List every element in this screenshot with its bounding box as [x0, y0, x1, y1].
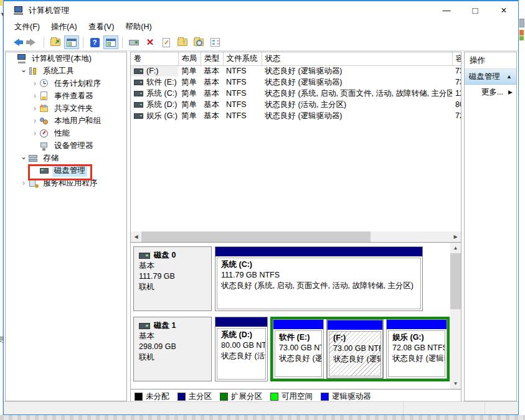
- table-row-volume-c[interactable]: 系统 (C:) 简单 基本 NTFS 状态良好 (系统, 启动, 页面文件, 活…: [131, 88, 461, 99]
- submenu-arrow-icon: ▶: [508, 89, 513, 95]
- partition-g[interactable]: 娱乐 (G:) 72.08 GB NTFS 状态良好 (逻辑驱动器): [386, 319, 447, 379]
- menu-help[interactable]: 帮助(H): [120, 20, 157, 34]
- column-volume[interactable]: 卷: [131, 52, 178, 65]
- tree-item-computer-management[interactable]: › 计算机管理(本地): [6, 52, 126, 65]
- forward-icon[interactable]: [25, 35, 40, 49]
- back-icon[interactable]: [9, 35, 24, 49]
- menu-file[interactable]: 文件(F): [9, 20, 45, 34]
- chevron-right-icon[interactable]: ›: [31, 116, 39, 125]
- horizontal-scrollbar[interactable]: ◀ ▶: [131, 231, 461, 242]
- statusbar-divider: [485, 402, 485, 414]
- column-filesystem[interactable]: 文件系统: [223, 52, 262, 65]
- toolbar-separator: [44, 37, 44, 48]
- legend-logical-drive: 逻辑驱动器: [321, 391, 371, 402]
- column-layout[interactable]: 布局: [178, 52, 201, 65]
- computer-management-window: 计算机管理 — □ × 文件(F) 操作(A) 查看(V) 帮助(H) ? ✕: [3, 0, 519, 415]
- volume-table-header[interactable]: 卷 布局 类型 文件系统 状态 容量: [131, 52, 461, 65]
- actions-pane: 操作 磁盘管理 ▲ 更多... ▶: [464, 52, 517, 401]
- chevron-down-icon[interactable]: ⌄: [19, 152, 28, 161]
- drive-icon: [134, 68, 143, 74]
- disk-0-label[interactable]: 磁盘 0 基本 111.79 GB 联机: [133, 246, 212, 311]
- legend-unallocated: 未分配: [135, 391, 169, 402]
- close-button[interactable]: ×: [490, 1, 518, 19]
- partition-header: [215, 317, 267, 327]
- partition-d[interactable]: 系统 (D:) 80.00 GB NTFS 状态良好 (活动, 主分区): [215, 317, 268, 381]
- delete-icon[interactable]: ✕: [143, 35, 158, 49]
- shared-folder-icon: [39, 104, 50, 113]
- open-folder-icon[interactable]: [48, 35, 63, 49]
- menu-action[interactable]: 操作(A): [45, 20, 83, 34]
- tools-icon: [28, 67, 39, 76]
- legend-primary-partition: 主分区: [177, 391, 212, 402]
- actions-more[interactable]: 更多... ▶: [465, 85, 516, 100]
- view-options-icon[interactable]: [207, 35, 222, 49]
- scroll-up-icon[interactable]: ▲: [450, 243, 461, 253]
- chevron-right-icon[interactable]: ›: [31, 91, 39, 100]
- annotation-box: [28, 164, 92, 180]
- drive-icon: [134, 102, 143, 108]
- show-action-pane-icon[interactable]: [103, 35, 118, 49]
- computer-icon: [17, 54, 27, 63]
- device-icon: [39, 141, 50, 151]
- chevron-right-icon[interactable]: ›: [31, 104, 39, 113]
- scrollbar-thumb[interactable]: [141, 231, 371, 242]
- explore-folder-icon[interactable]: [191, 35, 206, 49]
- vertical-scrollbar[interactable]: ▲ ▼: [450, 243, 461, 389]
- column-type[interactable]: 类型: [201, 52, 223, 65]
- chevron-down-icon[interactable]: ⌄: [19, 65, 28, 74]
- gauge-icon: [39, 129, 50, 138]
- partition-e[interactable]: 软件 (E:) 73.00 GB NTFS 状态良好 (逻辑驱动器): [273, 319, 324, 379]
- storage-icon: [28, 154, 39, 163]
- scrollbar-thumb[interactable]: [450, 253, 461, 309]
- tree-item-task-scheduler[interactable]: › 任务计划程序: [6, 77, 126, 90]
- tree-item-device-manager[interactable]: › 设备管理器: [6, 139, 126, 152]
- title-bar[interactable]: 计算机管理 — □ ×: [4, 1, 518, 19]
- device-properties-icon[interactable]: [126, 35, 141, 49]
- disk-1-row: 磁盘 1 基本 298.09 GB 联机 系统 (D:) 80.00 GB NT…: [133, 317, 448, 381]
- tree-item-performance[interactable]: › 性能: [6, 127, 126, 139]
- table-row-volume-d[interactable]: 系统 (D:) 简单 基本 NTFS 状态良好 (活动, 主分区) 80.00 …: [131, 99, 461, 110]
- scroll-right-icon[interactable]: ▶: [450, 231, 461, 242]
- computer-management-icon: [14, 6, 24, 15]
- background-icon-fragment: [519, 36, 524, 40]
- menu-view[interactable]: 查看(V): [83, 20, 120, 34]
- minimize-button[interactable]: —: [432, 1, 461, 19]
- column-status[interactable]: 状态: [262, 52, 452, 65]
- chevron-right-icon[interactable]: ›: [31, 79, 39, 88]
- check-document-icon[interactable]: [159, 35, 174, 49]
- background-icon-fragment: [519, 30, 524, 35]
- partition-header: [273, 320, 323, 329]
- actions-section-disk-management[interactable]: 磁盘管理 ▲: [465, 69, 516, 85]
- volume-list: 卷 布局 类型 文件系统 状态 容量 (F:) 简单 基本: [131, 52, 461, 231]
- console-tree-pane: › 计算机管理(本地) ⌄ 系统工具 › 任务计划程序 › 事件查看器 ›: [5, 52, 127, 401]
- tree-item-event-viewer[interactable]: › 事件查看器: [6, 90, 126, 102]
- legend-free-space: 可用空间: [270, 391, 313, 402]
- tree-item-shared-folders[interactable]: › 共享文件夹: [6, 102, 126, 114]
- scroll-left-icon[interactable]: ◀: [131, 231, 141, 242]
- partition-c[interactable]: 系统 (C:) 111.79 GB NTFS 状态良好 (系统, 启动, 页面文…: [215, 246, 423, 311]
- table-row-volume-g[interactable]: 娱乐 (G:) 简单 基本 NTFS 状态良好 (逻辑驱动器) 72.08 GB: [131, 110, 461, 121]
- show-console-tree-icon[interactable]: [64, 35, 79, 49]
- chevron-right-icon[interactable]: ›: [19, 179, 28, 187]
- legend-swatch: [177, 393, 186, 401]
- toolbar-separator: [83, 37, 83, 48]
- tree-item-system-tools[interactable]: ⌄ 系统工具: [6, 65, 126, 77]
- help-icon[interactable]: ?: [87, 35, 102, 49]
- clock-icon: [39, 79, 50, 88]
- table-row-volume-e[interactable]: 软件 (E:) 简单 基本 NTFS 状态良好 (逻辑驱动器) 73.00 GB: [131, 77, 461, 88]
- tree-item-storage[interactable]: ⌄ 存储: [6, 152, 126, 164]
- partition-f[interactable]: (F:) 73.00 GB NTFS 状态良好 (逻辑驱动器): [326, 319, 384, 379]
- scroll-down-icon[interactable]: ▼: [450, 378, 461, 389]
- partition-header: [387, 320, 447, 329]
- maximize-button[interactable]: □: [461, 1, 490, 19]
- actions-title: 操作: [465, 52, 516, 69]
- toolbar-separator: [122, 37, 123, 48]
- column-capacity[interactable]: 容量: [452, 52, 461, 65]
- disk-1-label[interactable]: 磁盘 1 基本 298.09 GB 联机: [133, 317, 212, 381]
- chevron-right-icon[interactable]: ›: [31, 129, 39, 138]
- table-row-volume-f[interactable]: (F:) 简单 基本 NTFS 状态良好 (逻辑驱动器) 73.00 GB: [131, 65, 461, 77]
- collapse-icon[interactable]: ▲: [506, 73, 512, 80]
- event-log-icon: [39, 91, 50, 101]
- tree-item-local-users-groups[interactable]: › 本地用户和组: [6, 114, 126, 127]
- export-folder-icon[interactable]: [175, 35, 190, 49]
